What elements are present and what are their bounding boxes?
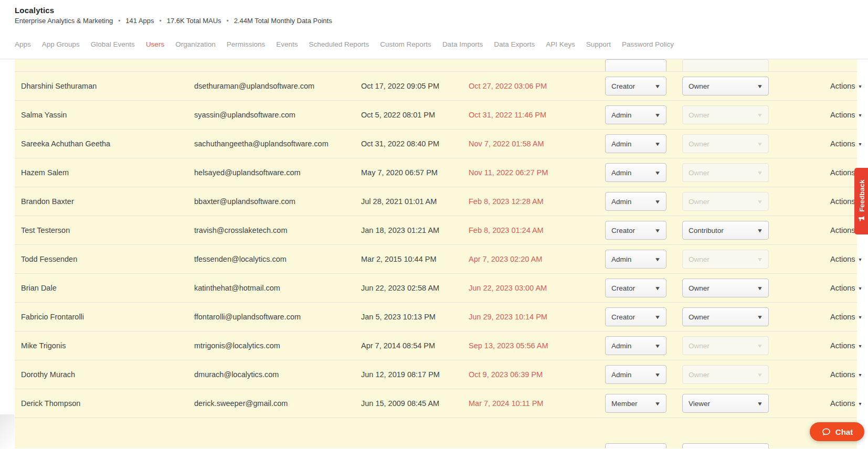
- org-header: Localytics Enterprise Analytics & Market…: [0, 0, 868, 29]
- user-email: katinthehat@hotmail.com: [194, 284, 361, 292]
- role-dropdown[interactable]: Creator ▼: [605, 279, 666, 297]
- nav-item-apps[interactable]: Apps: [15, 40, 31, 48]
- user-email: derick.sweeper@gmail.com: [194, 399, 361, 408]
- role-dropdown[interactable]: Member ▼: [605, 394, 666, 413]
- table-row: Fabricio Frontarolli ffontarolli@uplands…: [15, 302, 857, 331]
- actions-button-label: Actions: [830, 313, 855, 321]
- nav-item-api-keys[interactable]: API Keys: [546, 40, 575, 48]
- access-dropdown[interactable]: [682, 59, 769, 71]
- role-dropdown[interactable]: Admin ▼: [605, 192, 666, 211]
- user-name: Todd Fessenden: [15, 255, 194, 263]
- chevron-down-icon: ▼: [654, 314, 661, 320]
- last-login-date: Feb 8, 2023 01:24 AM: [469, 226, 605, 234]
- role-dropdown[interactable]: Creator ▼: [605, 221, 666, 240]
- access-dropdown-value: Contributor: [689, 227, 724, 234]
- role-dropdown[interactable]: Admin ▼: [605, 134, 666, 153]
- actions-button[interactable]: Actions ▾: [801, 82, 862, 90]
- created-date: Jan 5, 2023 10:13 PM: [361, 313, 469, 321]
- access-dropdown[interactable]: Owner ▼: [682, 336, 769, 355]
- role-dropdown[interactable]: Creator ▼: [605, 77, 666, 95]
- role-dropdown-value: Creator: [611, 284, 635, 292]
- role-dropdown[interactable]: Admin ▼: [605, 163, 666, 182]
- access-dropdown[interactable]: Owner ▼: [682, 365, 769, 384]
- role-dropdown[interactable]: Admin ▼: [605, 250, 666, 269]
- users-table: Dharshini Sethuraman dsethuraman@uplands…: [15, 59, 857, 448]
- nav-item-custom-reports[interactable]: Custom Reports: [380, 40, 431, 48]
- actions-button[interactable]: Actions ▾: [801, 168, 862, 177]
- nav-item-users[interactable]: Users: [146, 40, 164, 48]
- stat-data-points: 2.44M Total Monthly Data Points: [234, 17, 332, 25]
- actions-button[interactable]: Actions ▾: [801, 255, 862, 263]
- actions-button[interactable]: Actions ▾: [801, 370, 862, 379]
- access-dropdown-value: Owner: [689, 313, 710, 321]
- feedback-tab[interactable]: Feedback: [854, 168, 868, 234]
- table-row: Hazem Salem helsayed@uplandsoftware.com …: [15, 158, 857, 187]
- role-dropdown[interactable]: Admin ▼: [605, 105, 666, 124]
- access-dropdown-value: Owner: [689, 255, 710, 263]
- role-dropdown[interactable]: Admin ▼: [605, 336, 666, 355]
- chevron-down-icon: ▼: [654, 199, 661, 205]
- access-dropdown[interactable]: Owner ▼: [682, 279, 769, 297]
- nav-item-permissions[interactable]: Permissions: [227, 40, 266, 48]
- stat-apps: 141 Apps: [125, 17, 154, 25]
- nav-item-global-events[interactable]: Global Events: [91, 40, 135, 48]
- actions-button[interactable]: Actions ▾: [801, 111, 862, 119]
- nav-item-password-policy[interactable]: Password Policy: [622, 40, 674, 48]
- actions-button-label: Actions: [830, 140, 855, 148]
- role-dropdown[interactable]: Admin ▼: [605, 365, 666, 384]
- access-dropdown[interactable]: Owner ▼: [682, 105, 769, 124]
- actions-button[interactable]: Actions ▾: [801, 226, 862, 234]
- user-email: ffontarolli@uplandsoftware.com: [194, 313, 361, 321]
- chevron-down-icon: ▼: [757, 401, 763, 407]
- nav-item-scheduled-reports[interactable]: Scheduled Reports: [309, 40, 369, 48]
- actions-button[interactable]: Actions ▾: [801, 284, 862, 292]
- actions-button[interactable]: Actions ▾: [801, 313, 862, 321]
- access-dropdown[interactable]: Owner ▼: [682, 250, 769, 269]
- org-subtitle-row: Enterprise Analytics & Marketing • 141 A…: [15, 17, 868, 25]
- nav-item-support[interactable]: Support: [586, 40, 611, 48]
- actions-button-label: Actions: [830, 284, 855, 292]
- role-dropdown[interactable]: [605, 59, 666, 71]
- chat-launcher-button[interactable]: Chat: [810, 422, 864, 441]
- chevron-down-icon: ▼: [757, 256, 763, 262]
- access-dropdown-value: Owner: [689, 284, 710, 292]
- role-dropdown-value: Creator: [611, 313, 635, 321]
- actions-button[interactable]: Actions ▾: [801, 140, 862, 148]
- access-dropdown[interactable]: Viewer ▼: [682, 394, 769, 413]
- role-dropdown-value: Admin: [611, 342, 631, 350]
- chevron-down-icon: ▼: [757, 112, 763, 118]
- nav-item-data-exports[interactable]: Data Exports: [494, 40, 535, 48]
- access-dropdown-value: Owner: [689, 169, 710, 177]
- table-row: Salma Yassin syassin@uplandsoftware.com …: [15, 100, 857, 129]
- created-date: May 7, 2020 06:57 PM: [361, 168, 469, 177]
- role-dropdown-value: Admin: [611, 111, 631, 119]
- caret-down-icon: ▾: [859, 343, 862, 349]
- access-dropdown[interactable]: [682, 443, 769, 448]
- role-dropdown[interactable]: Creator ▼: [605, 307, 666, 326]
- access-dropdown[interactable]: Owner ▼: [682, 192, 769, 211]
- user-name: Fabricio Frontarolli: [15, 313, 194, 321]
- access-dropdown[interactable]: Owner ▼: [682, 77, 769, 95]
- caret-down-icon: ▾: [859, 285, 862, 291]
- org-title: Localytics: [15, 6, 868, 15]
- chevron-down-icon: ▼: [654, 372, 661, 378]
- nav-item-organization[interactable]: Organization: [175, 40, 216, 48]
- chevron-down-icon: ▼: [757, 228, 763, 233]
- actions-button[interactable]: Actions ▾: [801, 197, 862, 206]
- actions-button[interactable]: Actions ▾: [801, 399, 862, 408]
- access-dropdown[interactable]: Owner ▼: [682, 307, 769, 326]
- access-dropdown[interactable]: Owner ▼: [682, 163, 769, 182]
- nav-item-data-imports[interactable]: Data Imports: [442, 40, 483, 48]
- access-dropdown-value: Owner: [689, 198, 710, 206]
- chevron-down-icon: ▼: [654, 228, 661, 233]
- created-date: Jun 12, 2019 08:17 PM: [361, 370, 469, 379]
- access-dropdown[interactable]: Contributor ▼: [682, 221, 769, 240]
- access-dropdown[interactable]: Owner ▼: [682, 134, 769, 153]
- nav-item-app-groups[interactable]: App Groups: [42, 40, 80, 48]
- caret-down-icon: ▾: [859, 112, 862, 118]
- role-dropdown[interactable]: [605, 443, 666, 448]
- chat-launcher-label: Chat: [835, 427, 853, 436]
- nav-item-events[interactable]: Events: [276, 40, 298, 48]
- actions-button-label: Actions: [830, 255, 855, 263]
- actions-button[interactable]: Actions ▾: [801, 341, 862, 350]
